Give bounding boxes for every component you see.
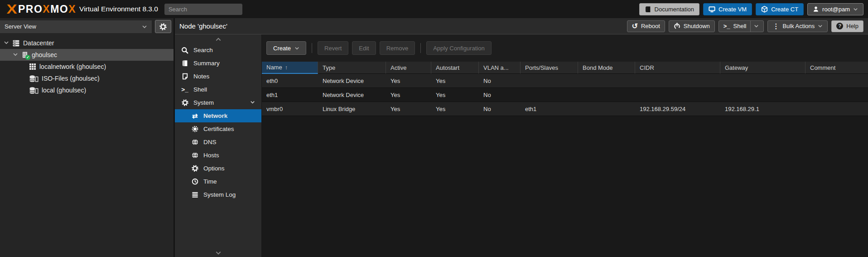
storage-icon xyxy=(29,87,39,94)
create-vm-label: Create VM xyxy=(719,6,747,13)
nav-item-summary[interactable]: Summary xyxy=(175,57,261,70)
tree-item-datacenter[interactable]: Datacenter xyxy=(0,37,174,49)
version-label: Virtual Environment 8.3.0 xyxy=(79,5,158,13)
shell-button[interactable]: >_ Shell xyxy=(719,20,764,32)
column-header-type[interactable]: Type xyxy=(318,62,386,74)
column-label: Name xyxy=(266,64,282,71)
create-ct-label: Create CT xyxy=(771,6,798,13)
proxmox-logo[interactable]: X PROXMOX xyxy=(7,2,76,16)
remove-button[interactable]: Remove xyxy=(380,41,415,55)
cell-autostart: Yes xyxy=(431,88,479,102)
bulk-actions-label: Bulk Actions xyxy=(782,23,815,29)
edit-label: Edit xyxy=(359,45,369,52)
online-status-icon: ✓ xyxy=(25,55,30,60)
scroll-up-icon[interactable] xyxy=(175,36,261,44)
column-label: Comment xyxy=(810,64,835,71)
node-content: Search Summary Notes >_ Shell xyxy=(175,34,868,257)
user-label: root@pam xyxy=(822,6,850,13)
nav-item-certificates[interactable]: Certificates xyxy=(175,122,261,136)
cell-gateway xyxy=(720,88,805,102)
proxmox-x-logo-icon: X xyxy=(6,2,17,16)
help-label: Help xyxy=(846,23,858,29)
create-vm-button[interactable]: Create VM xyxy=(703,3,752,15)
scroll-down-icon[interactable] xyxy=(175,250,261,257)
nav-item-label: Notes xyxy=(193,73,209,80)
column-label: Autostart xyxy=(436,64,459,71)
cell-autostart: Yes xyxy=(431,102,479,116)
book-icon xyxy=(181,60,189,67)
documentation-button[interactable]: Documentation xyxy=(639,3,699,15)
cube-icon xyxy=(761,6,768,13)
create-button[interactable]: Create xyxy=(266,41,306,55)
nav-item-label: DNS xyxy=(203,139,217,145)
nav-item-search[interactable]: Search xyxy=(175,44,261,57)
global-search-input[interactable] xyxy=(164,4,242,15)
edit-button[interactable]: Edit xyxy=(352,41,376,55)
caret-down-icon[interactable] xyxy=(4,39,9,47)
column-header-ports-slaves[interactable]: Ports/Slaves xyxy=(521,62,578,74)
column-header-name[interactable]: Name ↑ xyxy=(262,62,318,74)
column-header-bond-mode[interactable]: Bond Mode xyxy=(578,62,635,74)
nav-item-dns[interactable]: DNS xyxy=(175,136,261,149)
caret-down-icon[interactable] xyxy=(13,51,18,58)
nav-item-hosts[interactable]: Hosts xyxy=(175,149,261,162)
clock-icon xyxy=(191,178,199,185)
cell-vlan-aware: No xyxy=(479,102,521,116)
apply-configuration-button[interactable]: Apply Configuration xyxy=(426,41,491,55)
gears-icon xyxy=(181,99,189,106)
certificate-icon xyxy=(191,126,199,132)
column-header-gateway[interactable]: Gateway xyxy=(720,62,805,74)
nav-item-options[interactable]: Options xyxy=(175,162,261,175)
apply-configuration-label: Apply Configuration xyxy=(433,45,484,52)
nav-item-label: Options xyxy=(203,165,225,172)
tree-item-local[interactable]: local (ghoulsec) xyxy=(0,84,174,96)
tree-item-localnetwork[interactable]: localnetwork (ghoulsec) xyxy=(0,61,174,73)
nav-item-time[interactable]: Time xyxy=(175,175,261,188)
column-header-active[interactable]: Active xyxy=(386,62,431,74)
cell-active: Yes xyxy=(386,88,431,102)
column-header-vlan-aware[interactable]: VLAN a... xyxy=(479,62,521,74)
tree-item-iso-files[interactable]: ISO-Files (ghoulsec) xyxy=(0,73,174,84)
book-icon xyxy=(645,6,651,13)
terminal-icon: >_ xyxy=(181,87,189,93)
shell-label: Shell xyxy=(733,23,747,29)
toolbar-separator xyxy=(420,43,421,53)
nav-item-system-log[interactable]: System Log xyxy=(175,188,261,201)
reboot-label: Reboot xyxy=(641,23,660,29)
help-button[interactable]: ? Help xyxy=(831,20,863,32)
column-header-cidr[interactable]: CIDR xyxy=(635,62,720,74)
user-menu-button[interactable]: root@pam xyxy=(807,3,863,15)
cell-ports-slaves xyxy=(521,88,578,102)
globe-icon xyxy=(191,152,199,159)
bulk-actions-button[interactable]: ⋮ Bulk Actions xyxy=(767,20,828,32)
cell-gateway xyxy=(720,74,805,88)
node-actions: ↺ Reboot Shutdown >_ Shell ⋮ Bulk Ac xyxy=(627,20,863,32)
nav-item-notes[interactable]: Notes xyxy=(175,70,261,83)
column-header-comment[interactable]: Comment xyxy=(805,62,868,74)
toolbar-separator xyxy=(312,43,312,53)
caret-down-icon[interactable] xyxy=(250,99,255,106)
tree-item-node-ghoulsec[interactable]: ✓ ghoulsec xyxy=(0,49,174,61)
cell-gateway: 192.168.29.1 xyxy=(720,102,805,116)
nav-item-system[interactable]: System xyxy=(175,96,261,109)
reboot-button[interactable]: ↺ Reboot xyxy=(627,20,665,32)
node-icon: ✓ xyxy=(21,51,29,58)
view-selector[interactable]: Server View xyxy=(0,20,152,33)
nav-item-network[interactable]: ⇄ Network xyxy=(175,109,261,122)
shell-dropdown-button[interactable] xyxy=(750,21,759,32)
shutdown-button[interactable]: Shutdown xyxy=(669,20,715,32)
cell-active: Yes xyxy=(386,74,431,88)
create-ct-button[interactable]: Create CT xyxy=(756,3,804,15)
nav-item-label: System xyxy=(193,99,214,106)
cell-cidr: 192.168.29.59/24 xyxy=(635,102,720,116)
chevron-down-icon xyxy=(853,7,858,12)
column-label: Active xyxy=(391,64,406,71)
cell-cidr xyxy=(635,88,720,102)
proxmox-app: X PROXMOX Virtual Environment 8.3.0 Docu… xyxy=(0,0,868,257)
revert-button[interactable]: Revert xyxy=(318,41,348,55)
column-header-autostart[interactable]: Autostart xyxy=(431,62,479,74)
nav-item-shell[interactable]: >_ Shell xyxy=(175,83,261,96)
cell-autostart: Yes xyxy=(431,74,479,88)
tree-settings-button[interactable] xyxy=(155,20,171,33)
cell-active: Yes xyxy=(386,102,431,116)
